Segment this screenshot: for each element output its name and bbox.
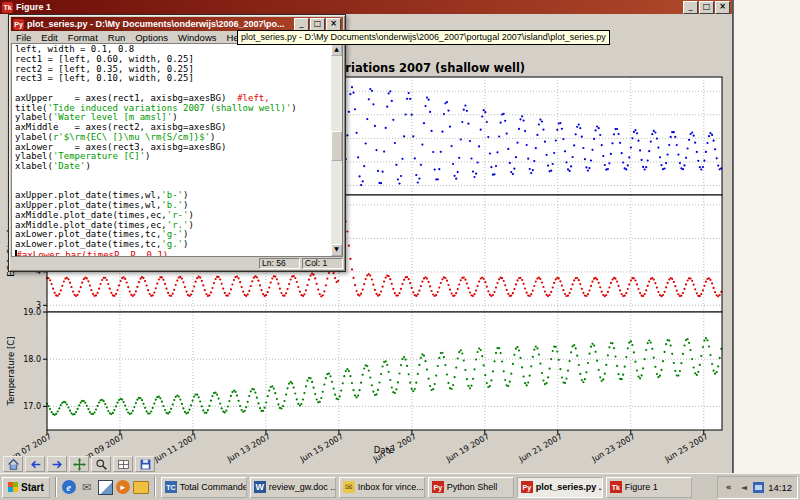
word-icon bbox=[254, 481, 266, 493]
menu-edit[interactable]: Edit bbox=[36, 32, 62, 43]
task-button-area: Total Commande...review_gw.doc ...Inbox … bbox=[161, 477, 692, 498]
svg-text:17.0: 17.0 bbox=[23, 402, 41, 411]
tc-icon bbox=[165, 481, 177, 493]
outlook-icon[interactable] bbox=[79, 479, 95, 495]
tray-chevron-icon[interactable] bbox=[723, 482, 734, 493]
zoom-button[interactable] bbox=[91, 456, 111, 472]
task-button[interactable]: Figure 1 bbox=[606, 477, 692, 498]
save-button[interactable] bbox=[135, 456, 155, 472]
menu-windows[interactable]: Windows bbox=[173, 32, 222, 43]
task-button-label: review_gw.doc ... bbox=[269, 482, 336, 492]
taskbar-divider bbox=[55, 477, 57, 497]
scrollbar-thumb[interactable] bbox=[331, 131, 342, 161]
subplots-button[interactable] bbox=[113, 456, 133, 472]
task-button[interactable]: review_gw.doc ... bbox=[250, 477, 336, 498]
figure-titlebar[interactable]: Figure 1 bbox=[0, 0, 732, 14]
menu-format[interactable]: Format bbox=[63, 32, 103, 43]
system-tray: 14:12 bbox=[717, 476, 798, 499]
code-line: axLower.plot_date(times,tc,'g.') bbox=[15, 240, 331, 250]
quick-launch-bar bbox=[62, 479, 149, 495]
py-icon bbox=[432, 481, 444, 493]
tray-display-icon[interactable] bbox=[753, 482, 764, 493]
editor-maximize-button[interactable] bbox=[310, 18, 325, 31]
task-button[interactable]: Python Shell bbox=[428, 477, 514, 498]
taskbar-clock[interactable]: 14:12 bbox=[768, 482, 792, 493]
task-button[interactable]: Total Commande... bbox=[161, 477, 247, 498]
matplotlib-app-icon bbox=[2, 2, 13, 13]
task-button-label: Inbox for vince... bbox=[358, 482, 424, 492]
windows-flag-icon bbox=[8, 482, 18, 492]
scroll-down-button[interactable] bbox=[331, 244, 342, 256]
task-button[interactable]: plot_series.py ... bbox=[517, 477, 603, 498]
mail-icon bbox=[343, 481, 355, 493]
editor-window: plot_series.py - D:\My Documents\onderwi… bbox=[8, 14, 346, 272]
menu-file[interactable]: File bbox=[11, 32, 36, 43]
code-line: xlabel('Date') bbox=[15, 162, 331, 172]
internet-explorer-icon[interactable] bbox=[62, 480, 76, 494]
media-player-icon[interactable] bbox=[116, 480, 130, 494]
start-label: Start bbox=[21, 482, 44, 493]
code-line: #axLower.bar(timesP, P, 0.1) bbox=[15, 250, 331, 257]
svg-text:19.0: 19.0 bbox=[23, 308, 41, 317]
editor-statusbar: Ln: 56 Col: 1 bbox=[11, 257, 343, 269]
start-button[interactable]: Start bbox=[2, 477, 50, 498]
idle-app-icon bbox=[13, 19, 24, 30]
editor-window-controls bbox=[293, 18, 341, 31]
path-tooltip: plot_series.py - D:\My Documents\onderwi… bbox=[237, 30, 610, 45]
taskbar-divider bbox=[154, 477, 156, 497]
taskbar: Start Total Commande...review_gw.doc ...… bbox=[0, 473, 800, 500]
task-button-label: Python Shell bbox=[447, 482, 498, 492]
figure-maximize-button[interactable] bbox=[699, 1, 714, 14]
py-icon bbox=[521, 481, 533, 493]
forward-button[interactable] bbox=[47, 456, 67, 472]
menu-run[interactable]: Run bbox=[103, 32, 130, 43]
scrollbar-track[interactable] bbox=[331, 56, 342, 244]
tray-volume-icon[interactable] bbox=[738, 482, 749, 493]
back-button[interactable] bbox=[25, 456, 45, 472]
editor-title: plot_series.py - D:\My Documents\onderwi… bbox=[27, 19, 290, 29]
scroll-up-button[interactable] bbox=[331, 44, 342, 56]
task-button-label: Figure 1 bbox=[625, 482, 658, 492]
pan-button[interactable] bbox=[69, 456, 89, 472]
task-button[interactable]: Inbox for vince... bbox=[339, 477, 425, 498]
matplotlib-toolbar bbox=[0, 455, 732, 473]
line-indicator: Ln: 56 bbox=[259, 258, 300, 269]
editor-close-button[interactable] bbox=[326, 18, 341, 31]
editor-minimize-button[interactable] bbox=[294, 18, 309, 31]
column-indicator: Col: 1 bbox=[302, 258, 343, 269]
svg-text:18.0: 18.0 bbox=[23, 355, 41, 364]
figure-window-controls bbox=[682, 1, 730, 14]
figure-close-button[interactable] bbox=[715, 1, 730, 14]
desktop: Figure 1 Tide induced variations 2007 (s… bbox=[0, 0, 800, 500]
figure-minimize-button[interactable] bbox=[683, 1, 698, 14]
code-line: rect3 = [left, 0.10, width, 0.25] bbox=[15, 74, 331, 84]
editor-titlebar[interactable]: plot_series.py - D:\My Documents\onderwi… bbox=[11, 17, 343, 31]
editor-body: left, width = 0.1, 0.8rect1 = [left, 0.6… bbox=[11, 43, 343, 257]
code-line bbox=[15, 172, 331, 182]
editor-code[interactable]: left, width = 0.1, 0.8rect1 = [left, 0.6… bbox=[11, 43, 331, 257]
show-desktop-icon[interactable] bbox=[98, 480, 113, 495]
folder-icon[interactable] bbox=[133, 481, 149, 494]
temperature-axes: 17.018.019.0 bbox=[23, 308, 722, 431]
tk-icon bbox=[610, 481, 622, 493]
task-button-label: plot_series.py ... bbox=[536, 482, 603, 492]
menu-options[interactable]: Options bbox=[130, 32, 173, 43]
background-window bbox=[733, 0, 800, 473]
figure-title: Figure 1 bbox=[16, 2, 679, 12]
editor-scrollbar[interactable] bbox=[331, 43, 343, 257]
temperature-axis-label: Temperature [C] bbox=[6, 336, 16, 406]
task-button-label: Total Commande... bbox=[180, 482, 247, 492]
home-button[interactable] bbox=[3, 456, 23, 472]
